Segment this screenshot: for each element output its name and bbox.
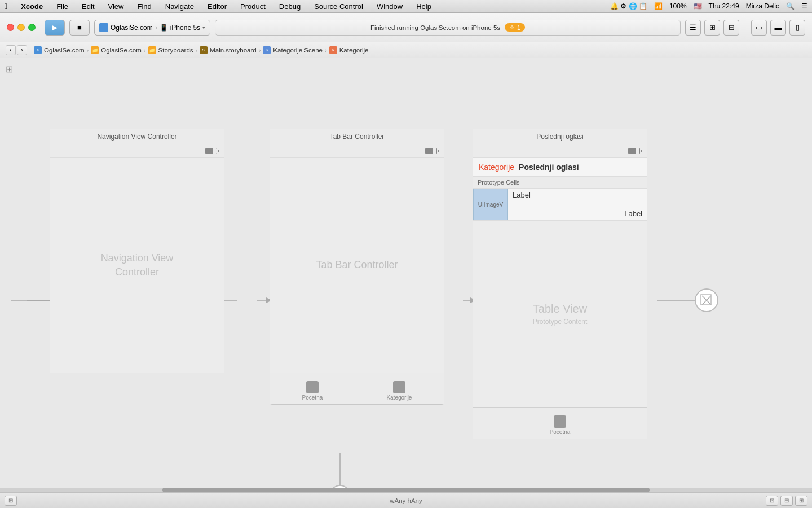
menu-edit[interactable]: Edit [80,2,96,11]
oglasi-tab-pocetna[interactable]: Pocetna [550,415,571,435]
menu-help[interactable]: Help [414,2,434,11]
editor-version-button[interactable]: ⊟ [723,20,739,36]
chevron-down-icon: ▾ [202,25,205,30]
run-button[interactable]: ▶ [45,20,65,36]
tab-bar-title: Tab Bar Controller [270,129,444,144]
cell-label-bottom: Label [513,209,642,218]
menu-window[interactable]: Window [374,2,405,11]
oglasi-panel: Poslednji oglasi Kategorije Poslednji og… [473,129,647,439]
tab-kategorije-label: Kategorije [386,395,412,401]
zoom-fit-btn[interactable]: ⊡ [766,496,778,506]
apple-logo-icon[interactable]:  [5,2,7,11]
prototype-cell: UIImageV Label Label [473,189,647,221]
breadcrumb-item-storyboards[interactable]: 📁 Storyboards [148,46,193,54]
minimize-button[interactable] [17,24,25,31]
breadcrumb-item-scene[interactable]: K Kategorije Scene [263,46,323,54]
oglasi-nav-header: Kategorije Poslednji oglasi [473,158,647,177]
flag-icon: 🇺🇸 [694,2,702,10]
breadcrumb-sep-4: › [259,47,261,54]
scene-icon: K [263,46,271,54]
table-view-label: Table View [533,303,587,316]
storyboard-file-icon: S [200,46,208,54]
bc-label-vc: Kategorije [339,47,369,54]
menu-product[interactable]: Product [238,2,268,11]
poslednji-nav-link[interactable]: Poslednji oglasi [519,163,579,172]
zoom-out-btn[interactable]: ⊟ [780,496,793,506]
status-bar: Finished running OglasiSe.com on iPhone … [215,20,681,36]
folder-icon: 📁 [91,46,99,54]
nav-status-strip [50,144,224,158]
bc-label-storyboard: Main.storyboard [210,47,256,54]
menu-debug[interactable]: Debug [277,2,303,11]
menu-bar:  Xcode File Edit View Find Navigate Edi… [0,0,812,13]
nav-battery [205,148,217,154]
warning-count: 1 [517,24,520,31]
bottom-left-btn[interactable]: ⊞ [5,496,17,506]
battery-indicator: 100% [669,2,687,10]
breadcrumb-item-root[interactable]: X OglasiSe.com [34,46,85,54]
table-prototype-label: Prototype Content [533,318,588,326]
navigator-toggle[interactable]: ▭ [751,20,767,36]
scrollbar-thumb[interactable] [162,488,650,492]
menu-xcode[interactable]: Xcode [19,2,45,11]
svg-line-12 [702,296,711,305]
device-name: iPhone 5s [170,24,200,32]
tab-item-pocetna[interactable]: Pocetna [302,381,323,401]
utilities-toggle[interactable]: ▯ [789,20,805,36]
storyboards-folder-icon: 📁 [148,46,156,54]
status-text: Finished running OglasiSe.com on iPhone … [370,24,500,31]
nav-controller-body: Navigation View Controller [50,158,224,373]
editor-standard-button[interactable]: ☰ [685,20,701,36]
menu-file[interactable]: File [54,2,70,11]
svg-rect-14 [701,295,711,305]
scheme-name: OglasiSe.com [111,24,153,32]
tab-bar-body: Tab Bar Controller [270,158,444,373]
oglasi-title: Poslednji oglasi [473,129,647,144]
breadcrumb-back[interactable]: ‹ [6,45,16,55]
menu-right: 🔔 ⚙ 🌐 📋 📶 100% 🇺🇸 Thu 22:49 Mirza Delic … [610,2,807,10]
traffic-lights [7,24,36,31]
breadcrumb-sep-3: › [196,47,198,54]
oglasi-tab-icon [554,415,566,428]
breadcrumb-sep-1: › [87,47,89,54]
username: Mirza Delic [746,2,779,10]
scheme-icon [99,23,108,32]
menu-list-icon[interactable]: ☰ [801,2,807,10]
grid-toggle[interactable]: ⊞ [6,64,13,75]
menu-editor[interactable]: Editor [205,2,229,11]
tab-item-kategorije[interactable]: Kategorije [386,381,412,401]
close-button[interactable] [7,24,14,31]
breadcrumb-forward[interactable]: › [17,45,27,55]
tab-battery [425,148,437,154]
kategorije-nav-link[interactable]: Kategorije [479,163,514,172]
debug-toggle[interactable]: ▬ [770,20,786,36]
prototype-cells-header: Prototype Cells [473,177,647,189]
datetime: Thu 22:49 [709,2,739,10]
bc-label-project: OglasiSe.com [101,47,142,54]
search-icon[interactable]: 🔍 [786,2,795,10]
stop-button[interactable]: ■ [69,20,90,36]
oglasi-status-strip [473,144,647,158]
tab-kategorije-icon [393,381,405,393]
maximize-button[interactable] [28,24,36,31]
bottom-bar-right: ⊡ ⊟ ⊞ [766,496,807,506]
menu-view[interactable]: View [106,2,126,11]
oglasi-tab-label: Pocetna [550,429,571,435]
zoom-in-btn[interactable]: ⊞ [795,496,807,506]
prototype-section: Prototype Cells UIImageV Label Label [473,177,647,221]
oglasi-tab-strip: Pocetna [473,407,647,439]
menu-source-control[interactable]: Source Control [312,2,365,11]
breadcrumb-item-vc[interactable]: V Kategorije [329,46,369,54]
editor-assistant-button[interactable]: ⊞ [704,20,720,36]
oglasi-battery [628,148,640,154]
breadcrumb-item-storyboard[interactable]: S Main.storyboard [200,46,256,54]
horizontal-scrollbar[interactable] [0,488,812,492]
bottom-bar-left: ⊞ [5,496,17,506]
menu-find[interactable]: Find [135,2,153,11]
breadcrumb-item-project[interactable]: 📁 OglasiSe.com [91,46,142,54]
warning-badge[interactable]: ⚠ 1 [505,23,525,32]
scheme-selector[interactable]: OglasiSe.com › 📱 iPhone 5s ▾ [94,20,210,36]
size-indicator: wAny hAny [390,497,422,504]
menu-navigate[interactable]: Navigate [163,2,196,11]
cell-content: Label Label [508,189,647,220]
